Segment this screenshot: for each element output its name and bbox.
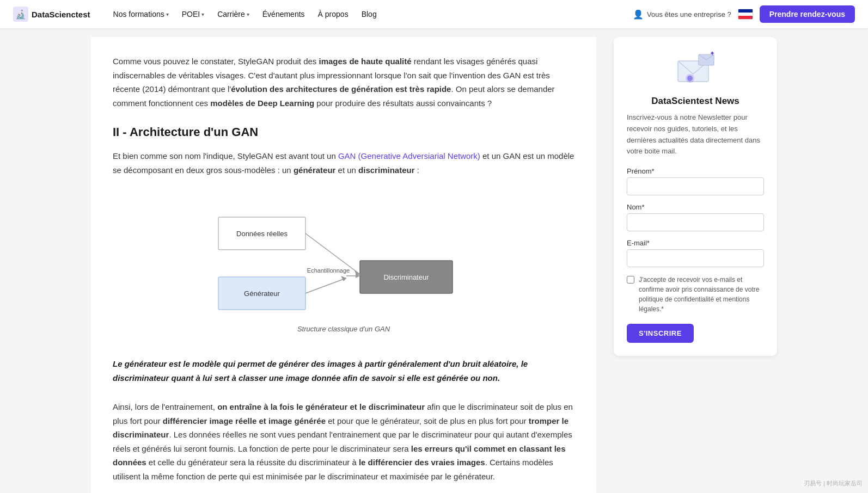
bold-generateur: générateur — [294, 165, 336, 175]
consent-checkbox[interactable] — [627, 276, 634, 284]
logo-icon: 🔬 — [13, 7, 28, 22]
svg-text:Discriminateur: Discriminateur — [383, 273, 429, 281]
watermark: 刃易号 | 时尚玩家岳司 — [804, 479, 863, 488]
nav-poei[interactable]: POEI ▾ — [176, 7, 210, 22]
nav-blog-label: Blog — [362, 10, 377, 19]
prenom-label: Prénom* — [627, 167, 764, 175]
prenom-input[interactable] — [627, 177, 764, 195]
newsletter-card: ✦ DataScientest News Inscrivez-vous à no… — [614, 37, 777, 356]
enterprise-link[interactable]: 👤 Vous êtes une entreprise ? — [633, 9, 731, 20]
svg-line-10 — [305, 278, 346, 293]
bold-differencier: différencier image réelle et image génér… — [163, 416, 326, 426]
bold-entraîne: on entraîne à la fois le générateur et l… — [217, 402, 425, 411]
cta-button[interactable]: Prendre rendez-vous — [760, 5, 855, 23]
bold-images: images de haute qualité — [319, 57, 412, 66]
nav-poei-label: POEI — [182, 10, 200, 19]
svg-text:✦: ✦ — [710, 50, 715, 57]
email-input[interactable] — [627, 249, 764, 267]
bold-evolution: évolution des architectures de génératio… — [231, 84, 451, 94]
navbar: 🔬 DataScienctest Nos formations ▾ POEI ▾… — [0, 0, 868, 28]
enterprise-label: Vous êtes une entreprise ? — [647, 10, 731, 19]
navbar-right: 👤 Vous êtes une entreprise ? Prendre ren… — [633, 5, 855, 23]
chevron-down-icon: ▾ — [201, 11, 204, 17]
chevron-down-icon: ▾ — [247, 11, 249, 17]
sidebar-title: DataScientest News — [627, 96, 764, 107]
bold-discriminateur: discriminateur — [358, 165, 414, 175]
sidebar: ✦ DataScientest News Inscrivez-vous à no… — [614, 37, 777, 493]
email-group: E-mail* — [627, 239, 764, 267]
diagram-container: Données réelles Générateur Discriminateu… — [113, 190, 574, 346]
prenom-group: Prénom* — [627, 167, 764, 195]
email-label: E-mail* — [627, 239, 764, 247]
flag-red — [738, 16, 753, 19]
bold-quote: Le générateur est le modèle qui permet d… — [113, 357, 574, 385]
language-flag[interactable] — [738, 9, 753, 20]
sidebar-desc: Inscrivez-vous à notre Newsletter pour r… — [627, 112, 764, 157]
gan-diagram: Données réelles Générateur Discriminateu… — [202, 190, 485, 321]
diagram-svg-wrap: Données réelles Générateur Discriminateu… — [202, 190, 485, 346]
nav-carriere-label: Carrière — [217, 10, 245, 19]
nav-formations-label: Nos formations — [113, 10, 164, 19]
nav-apropos[interactable]: À propos — [313, 7, 354, 22]
svg-text:Echantillonnage: Echantillonnage — [307, 267, 350, 274]
nav-carriere[interactable]: Carrière ▾ — [212, 7, 255, 22]
submit-button[interactable]: S'INSCRIRE — [627, 324, 694, 343]
nav-evenements[interactable]: Événements — [257, 7, 310, 22]
gan-link[interactable]: GAN (Generative Adversiarial Network) — [338, 151, 480, 161]
svg-text:Données réelles: Données réelles — [236, 230, 288, 238]
svg-text:🔬: 🔬 — [15, 9, 26, 20]
section-intro: Et bien comme son nom l'indique, StyleGA… — [113, 149, 574, 177]
nav-evenements-label: Événements — [262, 10, 305, 19]
nom-label: Nom* — [627, 203, 764, 211]
svg-marker-11 — [341, 276, 346, 281]
main-content: Comme vous pouvez le constater, StyleGAN… — [91, 37, 596, 493]
chevron-down-icon: ▾ — [166, 11, 169, 17]
logo-text: DataScienctest — [32, 10, 90, 19]
bold-erreurs: les erreurs qu'il commet en classant les… — [113, 444, 566, 467]
newsletter-icon: ✦ — [674, 50, 717, 88]
nom-group: Nom* — [627, 203, 764, 231]
checkbox-label: J'accepte de recevoir vos e-mails et con… — [639, 275, 764, 314]
checkbox-group: J'accepte de recevoir vos e-mails et con… — [627, 275, 764, 314]
logo[interactable]: 🔬 DataScienctest — [13, 7, 90, 22]
nom-input[interactable] — [627, 213, 764, 231]
nav-apropos-label: À propos — [318, 10, 349, 19]
intro-paragraph: Comme vous pouvez le constater, StyleGAN… — [113, 54, 574, 110]
diagram-caption: Structure classique d'un GAN — [297, 325, 390, 333]
nav-formations[interactable]: Nos formations ▾ — [108, 7, 174, 22]
svg-point-19 — [687, 76, 693, 81]
bold-deeplearning: modèles de Deep Learning — [210, 98, 314, 108]
person-icon: 👤 — [633, 9, 644, 20]
nav-links: Nos formations ▾ POEI ▾ Carrière ▾ Événe… — [108, 7, 633, 22]
nav-blog[interactable]: Blog — [356, 7, 382, 22]
bold-differenciateur: le différencier des vraies images — [359, 458, 485, 467]
bottom-paragraph: Ainsi, lors de l'entrainement, on entraî… — [113, 400, 574, 483]
page-wrapper: Comme vous pouvez le constater, StyleGAN… — [80, 0, 788, 493]
newsletter-icon-wrap: ✦ — [627, 50, 764, 88]
svg-text:Générateur: Générateur — [244, 289, 280, 298]
section-title: II - Architecture d'un GAN — [113, 125, 574, 139]
